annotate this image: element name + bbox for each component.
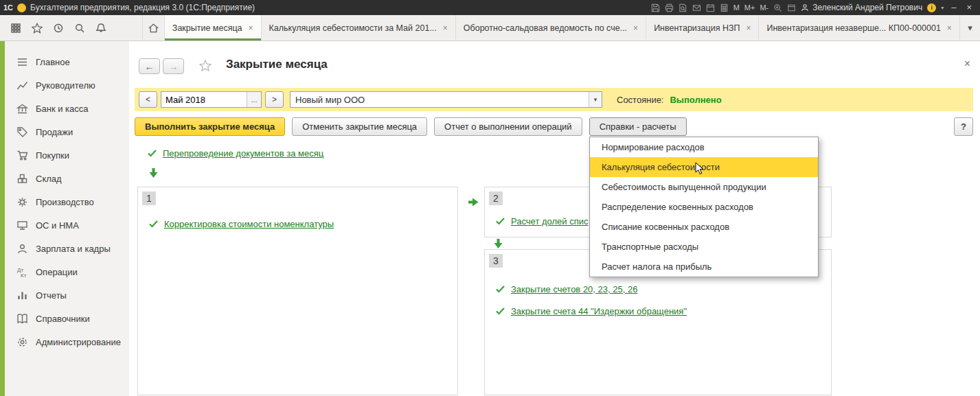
sidebar-item-prodazhi[interactable]: Продажи — [5, 120, 129, 143]
favorites-star-icon[interactable] — [28, 19, 45, 36]
menu-item-raspredelenie[interactable]: Распределение косвенных расходов — [590, 197, 818, 217]
current-user[interactable]: Зеленский Андрей Петрович — [801, 3, 922, 12]
operation-row: Корректировка стоимости номенклатуры — [149, 219, 334, 229]
sidebar-item-spravochniki[interactable]: Справочники — [5, 307, 129, 330]
reposting-link[interactable]: Перепроведение документов за месяц — [163, 148, 323, 159]
close-window-button[interactable]: × — [964, 1, 975, 14]
sidebar-item-glavnoe[interactable]: Главное — [5, 50, 129, 73]
tab-inventarizaciya-nzp[interactable]: Инвентаризация НЗП × — [646, 15, 759, 40]
sidebar-item-label: Производство — [36, 197, 94, 207]
sidebar-item-label: Зарплата и кадры — [36, 244, 111, 254]
tab-overflow-button[interactable]: ▾ — [960, 15, 980, 40]
sidebar-item-otchety[interactable]: Отчеты — [5, 283, 129, 307]
search-icon[interactable] — [71, 19, 88, 36]
app-window: 1С Бухгалтерия предприятия, редакция 3.0… — [0, 0, 980, 396]
close-form-icon[interactable]: × — [964, 59, 970, 69]
favorite-star-icon[interactable] — [199, 60, 212, 73]
sidebar-item-label: Покупки — [36, 150, 69, 161]
tab-bar: Закрытие месяца × Калькуляция себестоимо… — [0, 15, 980, 41]
tab-close-icon[interactable]: × — [947, 23, 952, 33]
sidebar-item-operacii[interactable]: ДтКт Операции — [5, 260, 129, 283]
sidebar-item-label: Продажи — [36, 127, 73, 137]
menu-item-sebestoimost[interactable]: Себестоимость выпущенной продукции — [590, 177, 818, 197]
references-calculations-button[interactable]: Справки - расчеты — [589, 117, 687, 136]
menu-item-nalog-na-pribyl[interactable]: Расчет налога на прибыль — [590, 257, 818, 277]
sidebar-item-proizvodstvo[interactable]: Производство — [5, 190, 129, 213]
window-icon[interactable] — [787, 3, 796, 12]
operations-report-button[interactable]: Отчет о выполнении операций — [434, 117, 582, 136]
block-number: 2 — [489, 191, 503, 205]
menu-item-kalkulyaciya[interactable]: Калькуляция себестоимости — [590, 157, 818, 177]
calculator-icon[interactable] — [720, 3, 729, 12]
sidebar-item-administrirovanie[interactable]: Администрирование — [5, 330, 129, 353]
save-icon[interactable] — [651, 3, 660, 12]
menu-item-transportnye[interactable]: Транспортные расходы — [590, 237, 818, 257]
operation-link[interactable]: Закрытие счетов 20, 23, 25, 26 — [511, 284, 637, 294]
history-icon[interactable] — [49, 19, 67, 36]
notifications-bell-icon[interactable] — [92, 19, 109, 36]
tab-osv[interactable]: Оборотно-сальдовая ведомость по сче... × — [456, 15, 646, 40]
memory-mminus-button[interactable]: М- — [760, 3, 768, 12]
sidebar-item-label: Банк и касса — [36, 104, 89, 114]
main-area: × ← → Закрытие месяца < ... > Новый мир … — [129, 41, 980, 396]
organization-combo[interactable]: Новый мир ООО ▾ — [290, 91, 602, 108]
tab-close-icon[interactable]: × — [746, 23, 751, 33]
warehouse-boxes-icon — [16, 173, 28, 185]
sidebar: Главное Руководителю Банк и касса Продаж… — [5, 41, 129, 396]
print-icon[interactable] — [665, 3, 674, 12]
zoom-icon[interactable] — [773, 3, 782, 12]
period-more-button[interactable]: ... — [247, 92, 261, 107]
tab-kalkulyaciya[interactable]: Калькуляция себестоимости за Май 201... … — [262, 15, 456, 40]
operation-link[interactable]: Закрытие счета 44 "Издержки обращения" — [511, 306, 687, 316]
mail-icon[interactable] — [692, 3, 701, 12]
menu-item-spisanie[interactable]: Списание косвенных расходов — [590, 217, 818, 237]
sidebar-item-os-i-nma[interactable]: ОС и НМА — [5, 213, 129, 237]
prev-period-button[interactable]: < — [139, 91, 157, 108]
info-icon[interactable]: i — [927, 3, 936, 12]
1c-logo-dot-icon — [17, 3, 26, 12]
1c-logo: 1С — [3, 3, 13, 12]
sidebar-item-zarplata-i-kadry[interactable]: Зарплата и кадры — [5, 237, 129, 260]
period-input[interactable] — [161, 92, 247, 107]
minimize-button[interactable]: – — [948, 1, 959, 14]
book-icon — [16, 313, 28, 325]
tab-inventarizaciya-doc[interactable]: Инвентаризация незаверше... КП00-000001 … — [759, 15, 959, 40]
app-title: Бухгалтерия предприятия, редакция 3.0 (1… — [30, 3, 255, 12]
cancel-month-close-button[interactable]: Отменить закрытие месяца — [292, 117, 427, 136]
sidebar-item-label: Главное — [36, 57, 70, 67]
check-icon — [496, 307, 505, 315]
operation-link[interactable]: Расчет долей спис — [511, 216, 588, 226]
combo-dropdown-icon[interactable]: ▾ — [589, 92, 602, 107]
print-preview-icon[interactable] — [679, 3, 687, 12]
menu-icon — [16, 56, 28, 68]
tab-label: Калькуляция себестоимости за Май 201... — [269, 23, 437, 33]
sidebar-item-label: ОС и НМА — [36, 220, 79, 231]
sidebar-item-label: Операции — [36, 267, 78, 277]
title-bar: 1С Бухгалтерия предприятия, редакция 3.0… — [0, 0, 980, 15]
help-button[interactable]: ? — [954, 117, 973, 136]
calendar-icon[interactable] — [706, 3, 715, 12]
sidebar-item-rukovoditelyu[interactable]: Руководителю — [5, 73, 129, 97]
tab-close-icon[interactable]: × — [249, 23, 253, 33]
tab-close-icon[interactable]: × — [633, 23, 638, 33]
sidebar-item-sklad[interactable]: Склад — [5, 167, 129, 190]
menu-item-normirovanie[interactable]: Нормирование расходов — [590, 137, 818, 157]
sidebar-item-bank-i-kassa[interactable]: Банк и касса — [5, 97, 129, 120]
operation-link[interactable]: Корректировка стоимости номенклатуры — [164, 219, 334, 229]
back-button[interactable]: ← — [139, 58, 160, 74]
home-icon — [148, 23, 159, 34]
execute-month-close-button[interactable]: Выполнить закрытие месяца — [135, 117, 285, 136]
sidebar-item-label: Отчеты — [36, 290, 67, 301]
tab-close-icon[interactable]: × — [443, 23, 448, 33]
next-period-button[interactable]: > — [265, 91, 284, 108]
info-caret-icon[interactable]: ▾ — [941, 5, 944, 11]
tab-zakrytie-mesyaca[interactable]: Закрытие месяца × — [165, 15, 262, 40]
memory-mplus-button[interactable]: М+ — [744, 3, 755, 12]
fixed-assets-icon — [16, 220, 28, 231]
apps-menu-icon[interactable] — [7, 19, 24, 36]
forward-button[interactable]: → — [163, 58, 184, 74]
memory-m-button[interactable]: М — [733, 3, 740, 12]
home-tab[interactable] — [142, 15, 165, 40]
block-number: 3 — [489, 254, 503, 268]
sidebar-item-pokupki[interactable]: Покупки — [5, 143, 129, 167]
